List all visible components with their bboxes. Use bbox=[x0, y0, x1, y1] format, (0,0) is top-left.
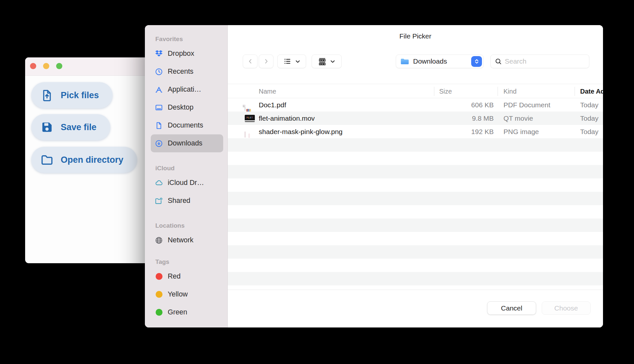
shared-folder-icon bbox=[155, 197, 163, 205]
column-divider bbox=[434, 87, 434, 96]
file-name: shader-mask-pink-glow.png bbox=[259, 125, 343, 138]
chevron-left-icon bbox=[247, 58, 254, 65]
search-field[interactable] bbox=[490, 54, 589, 68]
sidebar-item-label: Green bbox=[168, 308, 187, 316]
sidebar-item-label: Dropbox bbox=[168, 50, 194, 58]
file-kind: PNG image bbox=[503, 125, 539, 138]
document-icon bbox=[155, 121, 163, 130]
section-header-tags: Tags bbox=[155, 258, 223, 266]
file-name: flet-animation.mov bbox=[259, 112, 315, 125]
column-header-kind[interactable]: Kind bbox=[503, 84, 517, 99]
pick-files-button[interactable]: Pick files bbox=[31, 82, 113, 108]
save-file-button[interactable]: Save file bbox=[31, 114, 110, 140]
file-size: 192 KB bbox=[434, 125, 494, 138]
section-header-locations: Locations bbox=[155, 221, 223, 230]
file-kind: PDF Document bbox=[503, 98, 550, 112]
file-date-added: Today bbox=[580, 125, 598, 138]
sidebar-item-icloud-drive[interactable]: iCloud Drive bbox=[151, 174, 223, 192]
download-circle-icon bbox=[155, 139, 163, 148]
cloud-icon bbox=[155, 179, 163, 187]
sidebar-item-label: Network bbox=[168, 236, 193, 244]
folder-icon bbox=[40, 153, 54, 166]
open-directory-label: Open directory bbox=[61, 155, 123, 165]
table-row[interactable]: Doc1.pdf 606 KB PDF Document Today bbox=[228, 98, 603, 112]
empty-row-stripes bbox=[228, 138, 603, 290]
open-directory-button[interactable]: Open directory bbox=[31, 147, 137, 173]
cancel-button[interactable]: Cancel bbox=[487, 301, 536, 315]
file-picker-dialog: Favorites Dropbox bbox=[145, 25, 603, 327]
sidebar-item-label: Recents bbox=[168, 68, 193, 76]
section-header-icloud: iCloud bbox=[155, 164, 223, 173]
save-file-label: Save file bbox=[61, 122, 97, 132]
forward-button[interactable] bbox=[259, 54, 273, 68]
desktop-icon bbox=[155, 103, 163, 112]
sidebar-item-tag-red[interactable]: Red bbox=[151, 267, 223, 285]
green-tag-icon bbox=[156, 309, 162, 316]
popup-stepper-icon bbox=[471, 56, 482, 67]
back-button[interactable] bbox=[243, 54, 257, 68]
sidebar-item-label: Yellow bbox=[168, 290, 188, 298]
sidebar-item-label: iCloud Drive bbox=[168, 179, 205, 187]
sidebar-item-shared[interactable]: Shared bbox=[151, 192, 223, 210]
search-input[interactable] bbox=[505, 57, 586, 65]
sidebar-item-label: Red bbox=[168, 272, 180, 281]
column-divider bbox=[498, 87, 498, 96]
appstore-icon bbox=[155, 85, 163, 94]
sidebar-item-label: Applications bbox=[168, 85, 205, 94]
dialog-main: File Picker bbox=[228, 25, 603, 327]
file-name: Doc1.pdf bbox=[259, 98, 286, 112]
file-kind: QT movie bbox=[503, 112, 533, 125]
column-header-size[interactable]: Size bbox=[439, 84, 452, 99]
sidebar-item-tag-yellow[interactable]: Yellow bbox=[151, 285, 223, 303]
sidebar-item-applications[interactable]: Applications bbox=[151, 81, 223, 99]
sidebar-item-downloads[interactable]: Downloads bbox=[151, 134, 223, 152]
yellow-tag-icon bbox=[156, 291, 162, 298]
column-header-name[interactable]: Name bbox=[259, 84, 276, 99]
sidebar-item-tag-green[interactable]: Green bbox=[151, 303, 223, 321]
file-size: 606 KB bbox=[434, 98, 494, 112]
png-file-icon bbox=[245, 131, 245, 138]
table-row[interactable]: shader-mask-pink-glow.png 192 KB PNG ima… bbox=[228, 125, 603, 138]
zoom-traffic-light[interactable] bbox=[56, 63, 62, 69]
chevron-down-icon bbox=[295, 59, 301, 64]
mov-file-icon: FLET bbox=[245, 115, 255, 122]
sidebar-item-network[interactable]: Network bbox=[151, 231, 223, 249]
group-view-icon bbox=[318, 57, 327, 66]
search-icon bbox=[495, 58, 502, 65]
table-row[interactable]: FLET flet-animation.mov 9.8 MB QT movie … bbox=[228, 112, 603, 125]
globe-icon bbox=[155, 236, 163, 245]
chevron-down-icon bbox=[330, 59, 335, 64]
group-by-button[interactable] bbox=[312, 54, 342, 68]
chevron-right-icon bbox=[263, 58, 270, 65]
column-header-date-added[interactable]: Date Added bbox=[580, 84, 603, 99]
mov-thumbnail-text: FLET bbox=[247, 116, 253, 119]
pdf-file-icon bbox=[245, 105, 245, 111]
dialog-title: File Picker bbox=[228, 32, 603, 40]
view-mode-button[interactable] bbox=[277, 54, 306, 68]
minimize-traffic-light[interactable] bbox=[43, 63, 49, 69]
sidebar: Favorites Dropbox bbox=[145, 25, 228, 327]
list-view-icon bbox=[283, 57, 292, 66]
location-popup-value: Downloads bbox=[413, 57, 468, 65]
sidebar-item-documents[interactable]: Documents bbox=[151, 116, 223, 134]
section-header-favorites: Favorites bbox=[155, 35, 223, 43]
sidebar-item-label: Desktop bbox=[168, 103, 193, 112]
pick-files-label: Pick files bbox=[61, 90, 99, 100]
location-popup[interactable]: Downloads bbox=[396, 54, 484, 68]
red-tag-icon bbox=[156, 273, 162, 280]
dialog-footer: Cancel Choose bbox=[228, 290, 603, 327]
sidebar-item-desktop[interactable]: Desktop bbox=[151, 99, 223, 116]
sidebar-item-label: Shared bbox=[168, 197, 190, 205]
file-size: 9.8 MB bbox=[434, 112, 494, 125]
file-upload-icon bbox=[40, 89, 54, 102]
blue-folder-icon bbox=[400, 58, 410, 65]
sidebar-item-recents[interactable]: Recents bbox=[151, 63, 223, 81]
file-date-added: Today bbox=[580, 112, 598, 125]
sidebar-item-label: Documents bbox=[168, 121, 203, 129]
sidebar-item-dropbox[interactable]: Dropbox bbox=[151, 45, 223, 63]
close-traffic-light[interactable] bbox=[30, 63, 36, 69]
dropbox-icon bbox=[155, 50, 163, 58]
clock-icon bbox=[155, 68, 163, 76]
file-list: Doc1.pdf 606 KB PDF Document Today FLET … bbox=[228, 98, 603, 290]
choose-button[interactable]: Choose bbox=[542, 301, 591, 315]
